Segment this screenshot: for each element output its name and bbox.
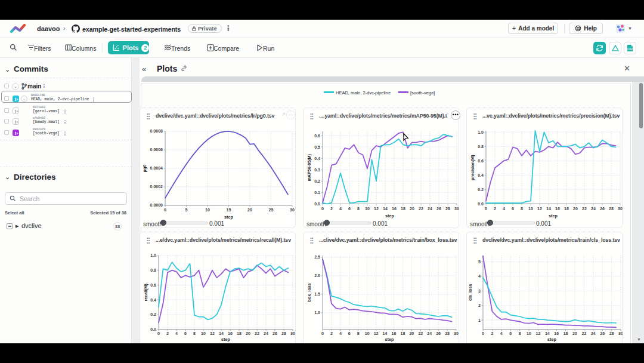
svg-text:8: 8 [357,207,360,211]
svg-text:12: 12 [374,331,379,336]
svg-text:8: 8 [521,207,523,211]
svg-text:3: 3 [478,289,481,293]
svg-text:18: 18 [564,331,568,336]
svg-text:0.0: 0.0 [478,202,484,206]
svg-text:0.6: 0.6 [478,159,484,163]
svg-text:4: 4 [339,331,342,336]
svg-text:10: 10 [365,331,370,336]
svg-text:22: 22 [418,331,423,336]
svg-text:step: step [549,213,558,219]
svg-text:20: 20 [409,331,414,336]
svg-text:step: step [385,213,394,219]
svg-text:14: 14 [219,331,224,336]
svg-text:16: 16 [392,207,397,211]
svg-text:28: 28 [609,207,614,211]
svg-text:12: 12 [210,331,215,336]
svg-text:26: 26 [600,207,605,211]
svg-text:0.5: 0.5 [314,145,320,149]
svg-text:14: 14 [383,207,388,211]
svg-text:28: 28 [445,207,450,211]
svg-text:step: step [385,337,394,342]
svg-text:14: 14 [545,331,550,336]
svg-text:18: 18 [401,331,405,336]
svg-text:0.8: 0.8 [478,144,484,149]
svg-text:0.8: 0.8 [150,268,156,272]
svg-text:0.3: 0.3 [314,168,320,172]
svg-text:24: 24 [428,207,432,211]
svg-text:26: 26 [436,207,441,211]
svg-text:0.6: 0.6 [314,134,320,138]
svg-text:recall(M): recall(M) [143,283,148,301]
svg-text:1: 1 [478,318,481,322]
svg-text:2: 2 [478,303,481,307]
svg-text:2: 2 [330,331,333,336]
svg-text:1.0: 1.0 [150,253,156,257]
svg-text:16: 16 [554,331,559,336]
svg-text:30: 30 [290,331,295,336]
svg-text:22: 22 [255,331,259,336]
svg-text:24: 24 [591,207,596,211]
svg-text:step: step [221,337,230,342]
svg-text:26: 26 [273,331,277,336]
svg-text:15: 15 [227,208,231,212]
svg-text:2: 2 [330,207,333,211]
svg-text:10: 10 [527,331,531,336]
svg-text:0: 0 [164,208,166,212]
svg-text:step: step [547,337,556,342]
svg-text:0.0: 0.0 [150,327,156,331]
svg-text:28: 28 [281,331,286,336]
svg-text:10: 10 [201,331,206,336]
svg-text:14: 14 [383,331,388,336]
svg-text:10: 10 [528,207,533,211]
svg-text:30: 30 [454,207,459,211]
svg-text:20: 20 [247,208,252,212]
svg-text:20: 20 [410,207,414,211]
svg-text:16: 16 [555,207,560,211]
svg-text:mAP50-95(M): mAP50-95(M) [306,153,312,181]
svg-text:0.0: 0.0 [314,202,320,206]
svg-text:16: 16 [392,331,397,336]
svg-text:box_loss: box_loss [306,283,312,302]
svg-text:0: 0 [321,331,324,336]
svg-text:0.4: 0.4 [478,173,484,177]
svg-text:28: 28 [445,331,450,336]
svg-text:0.0008: 0.0008 [150,129,163,133]
svg-text:5: 5 [478,260,481,264]
svg-text:0.4: 0.4 [150,298,156,302]
svg-text:20: 20 [572,331,577,336]
svg-text:18: 18 [237,331,242,336]
svg-text:28: 28 [609,331,614,336]
svg-text:10: 10 [365,207,370,211]
svg-text:20: 20 [246,331,250,336]
svg-text:1.0: 1.0 [314,310,320,315]
svg-text:14: 14 [546,207,551,211]
svg-text:cls_loss: cls_loss [467,284,473,301]
svg-text:2: 2 [491,331,493,336]
svg-text:12: 12 [537,207,542,211]
svg-text:6: 6 [184,331,187,336]
svg-text:0.6: 0.6 [150,283,156,287]
svg-text:4: 4 [478,274,481,278]
svg-text:0.2: 0.2 [314,179,320,183]
svg-text:18: 18 [564,207,569,211]
svg-text:6: 6 [509,331,512,336]
svg-text:30: 30 [454,331,459,336]
svg-text:0.2: 0.2 [478,187,484,192]
svg-text:5: 5 [185,208,188,212]
svg-text:16: 16 [228,331,233,336]
svg-text:22: 22 [419,207,423,211]
svg-text:12: 12 [374,207,379,211]
svg-text:4: 4 [503,207,505,211]
svg-text:1.5: 1.5 [314,292,320,296]
svg-text:0.0000: 0.0000 [150,203,163,207]
svg-text:CSV: CSV [627,48,633,51]
svg-text:6: 6 [348,207,351,211]
svg-text:pg0: pg0 [142,165,147,173]
svg-text:2.0: 2.0 [314,273,320,278]
svg-text:0.4: 0.4 [314,156,320,161]
svg-text:4: 4 [500,331,503,336]
svg-text:25: 25 [269,208,274,212]
svg-text:6: 6 [512,207,514,211]
svg-text:18: 18 [401,207,405,211]
svg-text:8: 8 [193,331,196,336]
